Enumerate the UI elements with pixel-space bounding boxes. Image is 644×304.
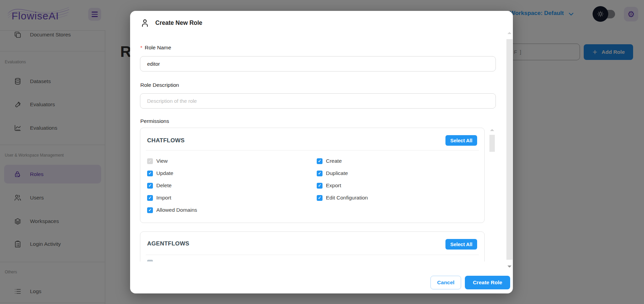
permissions-scrollbar-thumb[interactable] [489,135,495,152]
permission-row: ✓View [147,158,168,164]
checkbox-label: Duplicate [326,170,348,176]
group-divider [146,150,479,150]
permission-row: ✓Export [317,182,341,189]
role-name-input[interactable] [140,56,496,71]
checked-checkbox[interactable]: ✓ [317,195,323,201]
checkbox-label: Delete [156,182,172,189]
checkbox-label: Import [156,195,171,201]
required-asterisk: * [140,45,142,50]
select-all-button[interactable]: Select All [445,239,477,250]
checkbox-label: Allowed Domains [156,207,197,213]
role-name-label: *Role Name [140,45,171,51]
role-description-label: Role Description [140,82,179,88]
checked-checkbox[interactable]: ✓ [147,183,153,189]
person-icon [140,18,150,28]
create-role-button[interactable]: Create Role [465,276,510,289]
checkbox-label: Edit Configuration [326,195,368,201]
permission-row: ✓Import [147,194,171,201]
permission-row: ✓Duplicate [317,170,348,177]
create-role-dialog: Create New Role *Role Name Role Descript… [130,11,513,293]
group-title: CHATFLOWS [147,137,185,144]
permission-group-agentflows: AGENTFLOWS Select All [140,231,485,261]
permission-row: ✓Edit Configuration [317,194,368,201]
checkbox-label: Update [156,170,173,176]
checked-checkbox[interactable]: ✓ [147,171,153,176]
cancel-button[interactable]: Cancel [430,276,461,289]
disabled-checked-checkbox: ✓ [147,158,153,164]
permission-group-chatflows: CHATFLOWS Select All ✓View✓Update✓Delete… [140,128,485,223]
dialog-title: Create New Role [155,19,202,27]
checkbox-label: Export [326,182,341,189]
scroll-clip: AGENTFLOWS Select All [140,231,485,261]
role-description-input[interactable] [140,93,496,109]
scroll-up-icon[interactable] [490,129,494,131]
group-title: AGENTFLOWS [147,240,189,247]
app-root: Document Stores Evaluations Datasets Eva… [0,0,644,304]
checkbox-label: View [156,158,168,164]
modal-scrollbar-thumb[interactable] [506,39,513,260]
clipped-checkbox [147,260,153,261]
permission-row: ✓Update [147,170,173,177]
permission-row: ✓Create [317,158,342,164]
group-divider [146,255,479,255]
scroll-up-icon[interactable] [507,32,512,34]
checked-checkbox[interactable]: ✓ [317,183,323,189]
permissions-label: Permissions [140,118,169,124]
select-all-button[interactable]: Select All [445,135,477,146]
permission-row: ✓Delete [147,182,172,189]
checked-checkbox[interactable]: ✓ [147,207,153,213]
checked-checkbox[interactable]: ✓ [317,171,323,176]
scroll-down-icon[interactable] [507,266,512,268]
checked-checkbox[interactable]: ✓ [147,195,153,201]
dialog-header: Create New Role [140,18,202,28]
checked-checkbox[interactable]: ✓ [317,158,323,164]
checkbox-label: Create [326,158,342,164]
permission-row: ✓Allowed Domains [147,207,197,213]
